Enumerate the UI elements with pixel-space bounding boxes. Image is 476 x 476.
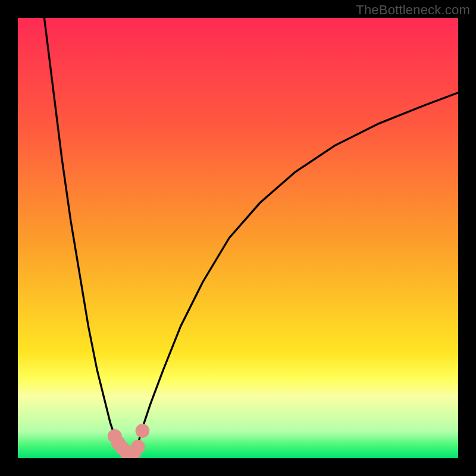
- left-curve: [44, 18, 128, 458]
- valley-marker: [136, 424, 150, 438]
- plot-area: [18, 18, 458, 458]
- right-curve: [132, 93, 458, 458]
- watermark-text: TheBottleneck.com: [356, 2, 470, 18]
- valley-markers: [108, 424, 149, 458]
- valley-marker: [131, 440, 145, 454]
- chart-frame: TheBottleneck.com: [0, 0, 476, 476]
- curves-svg: [18, 18, 458, 458]
